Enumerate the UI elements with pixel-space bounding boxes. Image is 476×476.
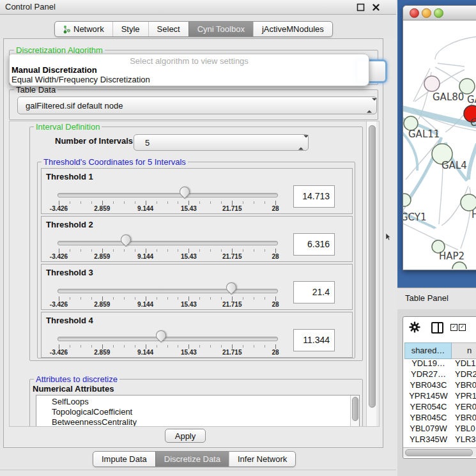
cell-shared-name: YDR27… bbox=[405, 369, 452, 379]
threshold-value-field[interactable]: 11.344 bbox=[293, 329, 335, 351]
slider-tick bbox=[232, 344, 233, 349]
slider-tick-label: 28 bbox=[272, 349, 279, 356]
attribute-item-selfloops[interactable]: SelfLoops bbox=[52, 397, 89, 406]
table-data-value: galFiltered.sif default node bbox=[26, 101, 123, 111]
table-row[interactable]: YER054CYER0 bbox=[404, 402, 476, 413]
tab-infer-network[interactable]: Infer Network bbox=[229, 452, 295, 466]
tab-style[interactable]: Style bbox=[112, 22, 148, 36]
close-traffic-light-icon[interactable] bbox=[410, 8, 419, 18]
network-view-window: GAL80GACGAL11GAL4GCY1HHAP2 bbox=[403, 5, 476, 270]
table-row[interactable]: YBL079WYBL0 bbox=[404, 424, 476, 434]
threshold-slider-track[interactable] bbox=[58, 193, 278, 197]
table-hscrollbar-thumb[interactable] bbox=[405, 449, 473, 456]
table-rows[interactable]: YDL19…YDL1YDR27…YDR2YBR043CYBR0YPR145WYP… bbox=[404, 358, 476, 447]
threshold-row-2: Threshold 2-3.4262.8599.14415.4321.71528… bbox=[41, 216, 353, 262]
table-data-combobox[interactable]: galFiltered.sif default node bbox=[17, 96, 377, 114]
column-header-shared-name[interactable]: shared… bbox=[404, 342, 452, 359]
threshold-slider-track[interactable] bbox=[58, 241, 278, 245]
network-node[interactable] bbox=[452, 262, 466, 269]
slider-tick bbox=[113, 297, 114, 300]
slider-tick bbox=[59, 344, 59, 349]
slider-tick bbox=[124, 249, 125, 252]
tab-impute-data[interactable]: Impute Data bbox=[93, 452, 155, 466]
float-window-icon[interactable] bbox=[357, 3, 365, 12]
slider-tick bbox=[275, 249, 276, 253]
slider-tick bbox=[135, 201, 135, 204]
table-row[interactable]: YDR27…YDR2 bbox=[404, 369, 476, 380]
settings-scroll-area: Interval Definition Number of Intervals … bbox=[9, 121, 380, 427]
cell-shared-name: YDL19… bbox=[405, 358, 452, 368]
table-row[interactable]: YBR043CYBR0 bbox=[404, 380, 476, 391]
table-settings-gear-icon[interactable] bbox=[409, 321, 420, 335]
minimize-traffic-light-icon[interactable] bbox=[422, 8, 431, 18]
table-row[interactable]: YBR045CYBR0 bbox=[404, 413, 476, 424]
tab-network[interactable]: Network bbox=[55, 22, 112, 36]
slider-tick bbox=[91, 345, 92, 348]
slider-tick bbox=[221, 249, 222, 252]
slider-tick bbox=[157, 297, 157, 300]
checkbox-icon[interactable]: ✓ bbox=[450, 324, 457, 331]
close-icon[interactable] bbox=[372, 3, 380, 12]
tab-jactivemnodules[interactable]: jActiveMNodules bbox=[253, 22, 332, 36]
attributes-list-scrollbar[interactable] bbox=[350, 395, 359, 427]
network-node-label: GA bbox=[467, 94, 476, 105]
numerical-attributes-label: Numerical Attributes bbox=[33, 384, 114, 394]
tab-discretize-data[interactable]: Discretize Data bbox=[155, 452, 229, 466]
threshold-slider-track[interactable] bbox=[58, 337, 278, 341]
settings-scrollbar[interactable] bbox=[366, 121, 376, 426]
slider-tick-label: 2.859 bbox=[94, 253, 110, 260]
algorithm-option-manual[interactable]: Manual Discretization bbox=[12, 65, 97, 75]
spinner-arrows-icon bbox=[367, 101, 371, 111]
network-node-label: C bbox=[470, 117, 476, 128]
algorithm-prompt: Select algorithm to view settings bbox=[10, 56, 369, 66]
table-row[interactable]: YDL19…YDL1 bbox=[404, 358, 476, 369]
split-panel-icon[interactable] bbox=[431, 322, 443, 334]
slider-tick-label: 2.859 bbox=[94, 301, 110, 308]
numerical-attributes-list[interactable]: SelfLoopsTopologicalCoefficientBetweenne… bbox=[36, 395, 360, 427]
table-horizontal-scrollbar[interactable] bbox=[403, 447, 476, 457]
zoom-traffic-light-icon[interactable] bbox=[434, 8, 443, 18]
tab-cyni-toolbox[interactable]: Cyni Toolbox bbox=[188, 22, 253, 36]
interval-definition-label: Interval Definition bbox=[34, 122, 102, 132]
slider-tick bbox=[167, 249, 168, 252]
slider-tick bbox=[221, 297, 222, 300]
slider-tick bbox=[157, 201, 157, 204]
slider-tick bbox=[221, 201, 222, 204]
tab-select[interactable]: Select bbox=[148, 22, 188, 36]
algorithm-option-equal-width[interactable]: Equal Width/Frequency Discretization bbox=[12, 75, 150, 84]
slider-tick-label: -3.426 bbox=[50, 349, 68, 356]
cell-shared-name: YER054C bbox=[405, 402, 452, 411]
network-canvas[interactable]: GAL80GACGAL11GAL4GCY1HHAP2 bbox=[403, 20, 476, 269]
slider-tick bbox=[275, 296, 276, 301]
cell-name: YBR0 bbox=[455, 413, 476, 422]
slider-tick-label: 9.144 bbox=[137, 349, 153, 356]
table-row[interactable]: YPR145WYPR1 bbox=[404, 391, 476, 402]
number-of-intervals-combobox[interactable]: 5 bbox=[134, 134, 309, 151]
tab-label: Network bbox=[73, 24, 104, 34]
threshold-label: Threshold 4 bbox=[46, 316, 93, 325]
slider-tick bbox=[232, 296, 233, 301]
threshold-slider-track[interactable] bbox=[58, 289, 278, 293]
panel-title: Control Panel bbox=[5, 2, 56, 12]
slider-tick bbox=[70, 201, 70, 204]
attribute-item-betweennesscentrality[interactable]: BetweennessCentrality bbox=[52, 417, 137, 427]
table-row[interactable]: YLR345WYLR3 bbox=[404, 434, 476, 445]
apply-button[interactable]: Apply bbox=[165, 429, 206, 443]
checkbox-icon[interactable]: ✓ bbox=[459, 324, 466, 331]
slider-tick bbox=[275, 201, 276, 205]
slider-tick bbox=[232, 201, 233, 205]
network-node[interactable] bbox=[424, 76, 440, 91]
threshold-value-field[interactable]: 6.316 bbox=[293, 233, 335, 256]
slider-tick bbox=[102, 201, 103, 205]
settings-scrollbar-thumb[interactable] bbox=[369, 125, 376, 408]
network-window-titlebar[interactable] bbox=[403, 6, 476, 20]
threshold-value-field[interactable]: 21.4 bbox=[293, 281, 335, 303]
attribute-item-topologicalcoefficient[interactable]: TopologicalCoefficient bbox=[52, 407, 132, 417]
threshold-value-field[interactable]: 14.713 bbox=[293, 185, 335, 208]
thresholds-title: Threshold's Coordinates for 5 Intervals bbox=[42, 157, 188, 167]
slider-tick bbox=[59, 296, 59, 301]
slider-tick-label: 21.715 bbox=[222, 205, 242, 212]
mouse-cursor bbox=[385, 233, 391, 241]
cell-name: YDR2 bbox=[455, 369, 476, 379]
column-header-name[interactable]: n bbox=[452, 342, 476, 359]
